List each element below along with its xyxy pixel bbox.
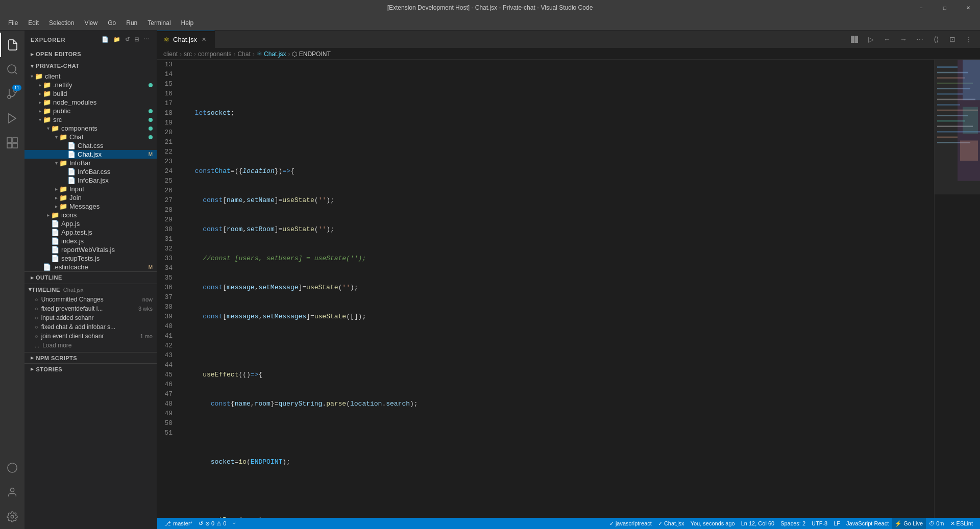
svg-point-11 [10,488,14,492]
split-editor-button[interactable] [847,32,862,46]
status-jsreact[interactable]: ✓ javascriptreact [606,518,655,529]
tree-item-join-folder[interactable]: ▸ 📁 Join [24,193,157,202]
stories-section[interactable]: ▸ STORIES [24,363,157,374]
open-editors-section[interactable]: ▸ OPEN EDITORS [24,48,157,60]
breadcrumb-components[interactable]: components [198,51,231,58]
timeline-header[interactable]: ▾ TIMELINE Chat.jsx [24,284,157,295]
menu-go[interactable]: Go [104,17,120,29]
more-actions-editor[interactable]: ⋯ [913,32,927,46]
status-time[interactable]: You, seconds ago [688,518,738,529]
close-button[interactable]: ✕ [957,0,980,15]
menu-run[interactable]: Run [122,17,141,29]
explorer-activity-icon[interactable] [0,33,24,57]
tree-item-app-test-js[interactable]: ▸ 📄 App.test.js [24,228,157,237]
search-activity-icon[interactable] [0,57,24,82]
timeline-item-1[interactable]: ○ fixed preventdefault i... 3 wks [24,304,157,313]
tab-close-button[interactable]: ✕ [200,36,208,44]
collapse-icon[interactable]: ⊟ [133,35,140,44]
status-timer[interactable]: ⏱ 0m [926,518,947,529]
tree-item-public[interactable]: ▸ 📁 public [24,107,157,115]
tree-item-chat-jsx[interactable]: ▸ 📄 Chat.jsx M [24,150,157,159]
main-layout: 11 E [0,31,980,529]
go-forward-button[interactable]: → [896,32,911,46]
tree-item-input-folder[interactable]: ▸ 📁 Input [24,185,157,193]
tree-item-netlify[interactable]: ▸ 📁 .netlify [24,81,157,89]
remote-activity-icon[interactable] [0,456,24,480]
tree-item-infobar-folder[interactable]: ▾ 📁 InfoBar [24,159,157,167]
status-branch[interactable]: ⎇ master* [161,518,195,529]
npm-scripts-section[interactable]: ▸ NPM SCRIPTS [24,352,157,363]
status-spaces[interactable]: Spaces: 2 [777,518,808,529]
run-activity-icon[interactable] [0,106,24,131]
timeline-label-0: Uncommitted Changes [41,296,139,303]
breadcrumb-chat-jsx[interactable]: ⚛ Chat.jsx [257,51,286,58]
status-go-live[interactable]: ⚡ Go Live [892,518,926,529]
menu-help[interactable]: Help [177,17,198,29]
tree-item-chat-folder[interactable]: ▾ 📁 Chat [24,133,157,141]
tree-item-setup-tests[interactable]: ▸ 📄 setupTests.js [24,254,157,263]
code-content[interactable]: let socket; const Chat = ({ location }) … [183,60,934,518]
tree-item-messages-folder[interactable]: ▸ 📁 Messages [24,202,157,211]
tree-item-infobar-jsx[interactable]: ▸ 📄 InfoBar.jsx [24,176,157,185]
status-language[interactable]: JavaScript React [843,518,892,529]
extensions-activity-icon[interactable] [0,131,24,155]
sidebar-title: EXPLORER [31,37,66,43]
tree-item-client[interactable]: ▾ 📁 client [24,72,157,81]
tab-chat-jsx[interactable]: ⚛ Chat.jsx ✕ [157,31,215,48]
account-activity-icon[interactable] [0,480,24,505]
status-sync[interactable]: ↺ ⊗ 0 ⚠ 0 [195,518,229,529]
timeline-item-more[interactable]: ... Load more [24,341,157,350]
menu-file[interactable]: File [4,17,22,29]
tree-item-eslintcache[interactable]: ▸ 📄 .eslintcache M [24,263,157,271]
menu-bar: File Edit Selection View Go Run Terminal… [0,15,980,31]
menu-edit[interactable]: Edit [24,17,43,29]
tree-item-app-js[interactable]: ▸ 📄 App.js [24,219,157,228]
tree-item-build[interactable]: ▸ 📁 build [24,89,157,98]
timeline-item-3[interactable]: ○ fixed chat & add infobar s... [24,322,157,332]
status-eslint[interactable]: ✕ ESLint [947,518,976,529]
timeline-icon-3: ○ [35,324,38,330]
status-file[interactable]: ✓ Chat.jsx [655,518,688,529]
tree-item-icons-folder[interactable]: ▸ 📁 icons [24,211,157,219]
more-icon[interactable]: ⋯ [142,35,151,44]
breadcrumb-chat[interactable]: Chat [237,51,250,58]
open-changes-button[interactable]: ⟨⟩ [929,32,943,46]
status-encoding[interactable]: UTF-8 [808,518,830,529]
menu-view[interactable]: View [80,17,102,29]
timeline-item-0[interactable]: ○ Uncommitted Changes now [24,295,157,304]
outline-header[interactable]: ▸ OUTLINE [24,272,157,284]
minimize-button[interactable]: − [910,0,933,15]
status-eol[interactable]: LF [830,518,843,529]
tree-item-src[interactable]: ▾ 📁 src [24,115,157,124]
maximize-button[interactable]: □ [933,0,957,15]
menu-terminal[interactable]: Terminal [143,17,175,29]
run-button[interactable]: ▷ [864,32,878,46]
tree-item-components[interactable]: ▾ 📁 components [24,124,157,133]
new-file-icon[interactable]: 📄 [101,35,110,44]
refresh-icon[interactable]: ↺ [124,35,131,44]
breadcrumb-client[interactable]: client [163,51,178,58]
breadcrumb-src[interactable]: src [184,51,192,58]
source-control-activity-icon[interactable]: 11 [0,82,24,106]
timeline-item-4[interactable]: ○ join event client sohanr 1 mo [24,332,157,341]
customize-layout-button[interactable]: ⋮ [962,32,976,46]
error-count: ⊗ 0 [205,520,214,527]
menu-selection[interactable]: Selection [45,17,78,29]
tree-item-index-js[interactable]: ▸ 📄 index.js [24,237,157,245]
tree-item-infobar-css[interactable]: ▸ 📄 InfoBar.css [24,167,157,176]
timeline-item-2[interactable]: ○ input added sohanr [24,313,157,322]
tab-actions: ▷ ← → ⋯ ⟨⟩ ⊡ ⋮ [843,31,980,48]
breadcrumb-endpoint[interactable]: ⬡ ENDPOINT [292,51,330,58]
new-folder-icon[interactable]: 📁 [112,35,122,44]
go-back-button[interactable]: ← [880,32,894,46]
toggle-panel-button[interactable]: ⊡ [945,32,960,46]
code-line-18: const [room, setRoom] = useState(''); [187,224,934,234]
tree-item-report-web-vitals[interactable]: ▸ 📄 reportWebVitals.js [24,245,157,254]
svg-point-12 [11,515,14,518]
status-cursor[interactable]: Ln 12, Col 60 [738,518,777,529]
settings-activity-icon[interactable] [0,505,24,529]
tree-item-chat-css[interactable]: ▸ 📄 Chat.css [24,141,157,150]
tree-item-node-modules[interactable]: ▸ 📁 node_modules [24,98,157,107]
private-chat-section[interactable]: ▾ PRIVATE-CHAT [24,60,157,72]
status-git-changes[interactable]: ⑂ [229,518,239,529]
